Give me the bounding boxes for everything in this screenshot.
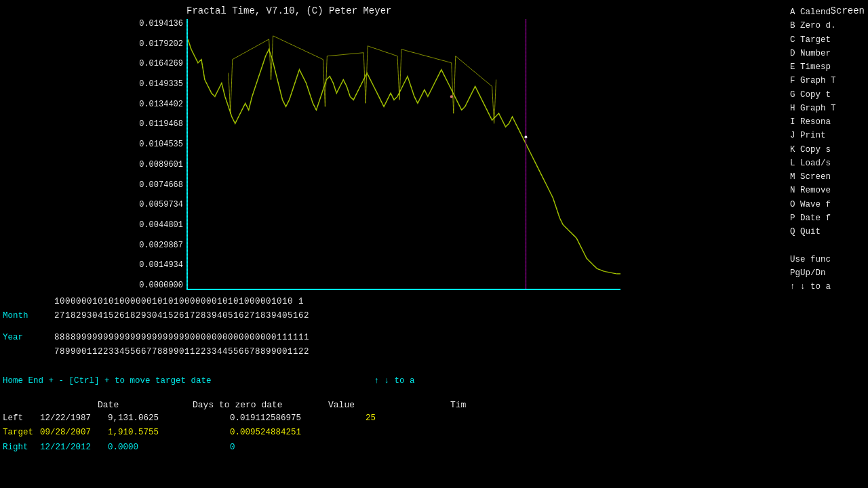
menu-item-o[interactable]: O Wave f — [790, 198, 865, 211]
col-header-time: Tim — [450, 400, 484, 410]
data-row-year: Year 88889999999999999999999990000000000… — [0, 331, 682, 345]
menu-item-p[interactable]: P Date f — [790, 211, 865, 225]
row-target-label: Target — [3, 426, 40, 440]
chart-area — [186, 19, 620, 290]
row-right-value: 0 — [230, 441, 366, 455]
table-header: Date Days to zero date Value Tim — [0, 400, 682, 410]
row-target-date: 09/28/2007 — [40, 426, 108, 440]
col-header-date: Date — [98, 400, 193, 410]
data-row-year2: 7899001122334556677889901122334455667889… — [0, 345, 682, 359]
chart-svg — [188, 19, 620, 289]
y-label-2: 0.0164269 — [0, 59, 186, 68]
y-label-12: 0.0014934 — [0, 260, 186, 270]
svg-point-1 — [524, 136, 527, 138]
y-axis: 0.0194136 0.0179202 0.0164269 0.0149335 … — [0, 19, 186, 290]
col-header-label — [3, 400, 98, 410]
data-row-binary: 1000000101010000001010100000001010100000… — [0, 295, 682, 309]
row-left-label: Left — [3, 411, 40, 426]
bottom-section: 1000000101010000001010100000001010100000… — [0, 295, 682, 359]
screen: Fractal Time, V7.10, (C) Peter Meyer Scr… — [0, 0, 868, 488]
menu-item-c[interactable]: C Target — [790, 33, 865, 47]
y-label-9: 0.0059734 — [0, 200, 186, 209]
col-header-days: Days to zero date — [193, 400, 328, 410]
y-label-0: 0.0194136 — [0, 19, 186, 28]
data-value-year2: 7899001122334556677889901122334455667889… — [54, 345, 682, 359]
menu-item-k[interactable]: K Copy s — [790, 143, 865, 157]
menu-item-d[interactable]: D Number — [790, 47, 865, 60]
menu-item-j-print[interactable]: J Print — [790, 129, 865, 142]
menu-item-b[interactable]: B Zero d. — [790, 19, 865, 33]
data-value-binary: 1000000101010000001010100000001010100000… — [54, 295, 682, 309]
data-row-spacer — [0, 324, 682, 331]
app-title: Fractal Time, V7.10, (C) Peter Meyer — [186, 5, 391, 16]
row-left-date: 12/22/1987 — [40, 411, 108, 426]
row-left-value: 0.019112586975 — [230, 411, 366, 426]
menu-item-q[interactable]: Q Quit — [790, 225, 865, 239]
y-label-10: 0.0044801 — [0, 220, 186, 230]
row-right-days: 0.0000 — [108, 441, 230, 455]
y-label-8: 0.0074668 — [0, 180, 186, 190]
table-row-right: Right 12/21/2012 0.0000 0 — [0, 441, 682, 455]
data-label-empty1 — [0, 295, 54, 309]
menu-item-n[interactable]: N Remove — [790, 184, 865, 197]
row-right-date: 12/21/2012 — [40, 441, 108, 455]
row-target-days: 1,910.5755 — [108, 426, 230, 440]
table-section: Date Days to zero date Value Tim Left 12… — [0, 400, 682, 455]
y-label-13: 0.0000000 — [0, 281, 186, 290]
row-right-label: Right — [3, 441, 40, 455]
row-left-time: 25 — [366, 411, 420, 426]
row-target-value: 0.009524884251 — [230, 426, 366, 440]
data-value-year: 8888999999999999999999999000000000000000… — [54, 331, 682, 345]
table-row-left: Left 12/22/1987 9,131.0625 0.01911258697… — [0, 411, 682, 426]
data-value-month: 2718293041526182930415261728394051627183… — [54, 309, 682, 323]
row-target-time — [366, 426, 420, 440]
menu-item-f[interactable]: F Graph T — [790, 74, 865, 87]
table-row-target: Target 09/28/2007 1,910.5755 0.009524884… — [0, 426, 682, 440]
y-label-6: 0.0104535 — [0, 140, 186, 149]
data-label-year2-empty — [0, 345, 54, 359]
y-label-1: 0.0179202 — [0, 39, 186, 49]
y-label-5: 0.0119468 — [0, 119, 186, 129]
menu-item-g[interactable]: G Copy t — [790, 88, 865, 102]
y-label-4: 0.0134402 — [0, 100, 186, 109]
menu-item-e[interactable]: E Timesp — [790, 60, 865, 74]
row-left-days: 9,131.0625 — [108, 411, 230, 426]
data-label-month: Month — [0, 309, 54, 323]
y-label-7: 0.0089601 — [0, 160, 186, 169]
menu-item-use-func: Use func — [790, 253, 865, 266]
row-right-time — [366, 441, 420, 455]
col-header-value: Value — [328, 400, 450, 410]
status-bar: Home End + - [Ctrl] + to move target dat… — [0, 376, 682, 386]
menu-item-a[interactable]: A Calend. — [790, 5, 865, 19]
y-label-3: 0.0149335 — [0, 79, 186, 89]
menu-item-m[interactable]: M Screen — [790, 170, 865, 184]
status-text: Home End + - [Ctrl] + to move target dat… — [3, 376, 212, 386]
status-right: ↑ ↓ to a — [374, 376, 415, 386]
data-row-month: Month 2718293041526182930415261728394051… — [0, 309, 682, 323]
menu-item-h[interactable]: H Graph T — [790, 102, 865, 115]
svg-point-2 — [450, 95, 453, 98]
menu-item-l[interactable]: L Load/s — [790, 157, 865, 170]
data-label-year: Year — [0, 331, 54, 345]
menu-item-pgup: PgUp/Dn — [790, 266, 865, 280]
menu-item-arrow: ↑ ↓ to a — [790, 280, 865, 293]
menu-panel: A Calend. B Zero d. C Target D Number E … — [790, 5, 865, 293]
menu-item-i[interactable]: I Resona — [790, 115, 865, 129]
y-label-11: 0.0029867 — [0, 241, 186, 250]
menu-item-spacer — [790, 239, 865, 252]
